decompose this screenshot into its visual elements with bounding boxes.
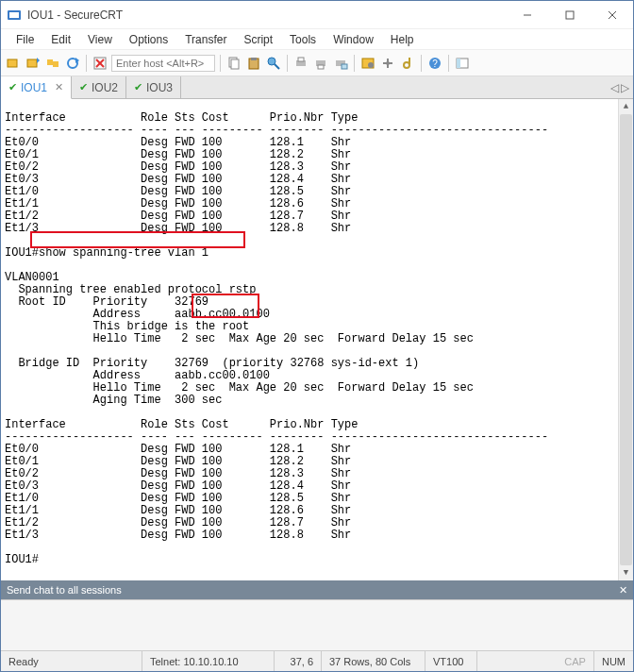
- term-row: Et0/3 Desg FWD 100 128.4 Shr: [5, 479, 351, 493]
- term-row: Et1/3 Desg FWD 100 128.8 Shr: [5, 529, 351, 542]
- menu-view[interactable]: View: [80, 31, 120, 48]
- term-row: Et1/1 Desg FWD 100 128.6 Shr: [5, 504, 351, 517]
- menu-window[interactable]: Window: [325, 31, 381, 48]
- term-row: Et1/2 Desg FWD 100 128.7 Shr: [5, 210, 351, 223]
- menu-help[interactable]: Help: [383, 31, 422, 48]
- term-aging: Aging Time 300 sec: [5, 394, 222, 407]
- toolbar-sep-6: [448, 55, 449, 72]
- print-icon[interactable]: [292, 55, 309, 72]
- toggle-icon[interactable]: [454, 55, 471, 72]
- status-cursor: 37, 6: [275, 651, 322, 671]
- tab-status-icon: ✔: [8, 81, 17, 93]
- tab-iou2[interactable]: ✔ IOU2: [72, 76, 126, 98]
- scroll-down-icon[interactable]: ▼: [619, 565, 633, 580]
- terminal[interactable]: Interface Role Sts Cost Prio.Nbr Type --…: [1, 99, 633, 580]
- status-dims: 37 Rows, 80 Cols: [322, 651, 425, 671]
- tab-label: IOU3: [146, 81, 173, 94]
- term-header: Interface Role Sts Cost Prio.Nbr Type: [5, 418, 358, 431]
- term-row: Et0/0 Desg FWD 100 128.1 Shr: [5, 443, 351, 456]
- print-selection-icon[interactable]: [332, 55, 349, 72]
- svg-line-20: [275, 64, 279, 69]
- svg-point-19: [268, 58, 275, 65]
- term-row: Et1/0 Desg FWD 100 128.5 Shr: [5, 492, 351, 505]
- toolbar-sep-3: [287, 55, 288, 72]
- scroll-thumb[interactable]: [620, 114, 632, 565]
- tab-next-icon[interactable]: ▷: [621, 81, 629, 94]
- copy-icon[interactable]: [225, 55, 242, 72]
- status-conn: Telnet: 10.10.10.10: [142, 651, 275, 671]
- find-icon[interactable]: [265, 55, 282, 72]
- connect-icon[interactable]: [5, 55, 22, 72]
- menu-file[interactable]: File: [8, 31, 42, 48]
- term-row: Et0/0 Desg FWD 100 128.1 Shr: [5, 136, 351, 149]
- chat-close-icon[interactable]: ✕: [619, 584, 627, 596]
- svg-rect-22: [298, 58, 304, 61]
- term-root-msg: This bridge is the root: [5, 320, 249, 333]
- menu-edit[interactable]: Edit: [43, 31, 78, 48]
- tab-status-icon: ✔: [79, 81, 88, 93]
- term-row: Et1/2 Desg FWD 100 128.7 Shr: [5, 516, 351, 529]
- svg-rect-24: [318, 65, 324, 69]
- highlight-box-root: [192, 294, 259, 318]
- disconnect-icon[interactable]: [92, 55, 108, 72]
- svg-rect-6: [8, 59, 17, 67]
- menu-script[interactable]: Script: [236, 31, 280, 48]
- app-window: IOU1 - SecureCRT File Edit View Options …: [0, 0, 634, 672]
- help-icon[interactable]: ?: [426, 55, 443, 72]
- tab-nav: ◁ ▷: [607, 76, 633, 98]
- menu-options[interactable]: Options: [122, 31, 175, 48]
- scroll-up-icon[interactable]: ▲: [619, 99, 633, 114]
- svg-rect-33: [409, 58, 410, 64]
- paste-icon[interactable]: [245, 55, 262, 72]
- tab-status-icon: ✔: [134, 81, 142, 93]
- print-screen-icon[interactable]: [312, 55, 329, 72]
- minimize-button[interactable]: [506, 1, 548, 28]
- tab-label: IOU2: [92, 81, 118, 94]
- titlebar: IOU1 - SecureCRT: [1, 1, 633, 29]
- chat-input-area[interactable]: [1, 599, 633, 650]
- toolbar-sep-2: [220, 55, 221, 72]
- menu-transfer[interactable]: Transfer: [177, 31, 234, 48]
- svg-rect-8: [47, 59, 53, 65]
- tab-iou3[interactable]: ✔ IOU3: [126, 76, 181, 98]
- term-root-id: Root ID Priority 32769: [5, 295, 209, 309]
- chat-header[interactable]: Send chat to all sessions ✕: [1, 580, 633, 599]
- connect-tab-icon[interactable]: [44, 55, 61, 72]
- maximize-button[interactable]: [548, 1, 591, 28]
- keymap-icon[interactable]: [399, 55, 416, 72]
- highlight-box-command: [30, 231, 245, 248]
- term-dash: ------------------- ---- --- --------- -…: [5, 430, 548, 444]
- tab-prev-icon[interactable]: ◁: [610, 81, 619, 94]
- reconnect-icon[interactable]: [64, 55, 81, 72]
- quick-connect-icon[interactable]: [25, 55, 42, 72]
- toolbar-sep-5: [421, 55, 422, 72]
- menu-tools[interactable]: Tools: [282, 31, 324, 48]
- svg-rect-1: [9, 12, 19, 18]
- session-options-icon[interactable]: [359, 55, 376, 72]
- tab-iou1[interactable]: ✔ IOU1 ✕: [1, 76, 72, 99]
- window-title: IOU1 - SecureCRT: [27, 8, 506, 22]
- statusbar: Ready Telnet: 10.10.10.10 37, 6 37 Rows,…: [1, 650, 633, 671]
- menubar: File Edit View Options Transfer Script T…: [1, 29, 633, 50]
- term-root-hello: Hello Time 2 sec Max Age 20 sec Forward …: [5, 332, 474, 345]
- svg-rect-7: [27, 59, 37, 67]
- svg-point-31: [386, 61, 390, 65]
- term-row: Et0/2 Desg FWD 100 128.3 Shr: [5, 467, 351, 480]
- term-bridge-addr: Address aabb.cc00.0100: [5, 369, 270, 382]
- host-input[interactable]: [111, 55, 215, 72]
- svg-point-28: [368, 62, 374, 68]
- term-prompt: IOU1#: [5, 553, 39, 566]
- close-button[interactable]: [591, 1, 633, 28]
- term-vlan: VLAN0001: [5, 271, 59, 284]
- tab-label: IOU1: [21, 81, 47, 94]
- tab-close-icon[interactable]: ✕: [55, 81, 63, 93]
- toolbar: ?: [1, 50, 633, 76]
- toolbar-sep-1: [86, 55, 87, 72]
- tabbar: ✔ IOU1 ✕ ✔ IOU2 ✔ IOU3 ◁ ▷: [1, 76, 633, 99]
- global-options-icon[interactable]: [379, 55, 396, 72]
- term-row: Et1/1 Desg FWD 100 128.6 Shr: [5, 197, 351, 210]
- window-controls: [506, 1, 633, 28]
- svg-rect-3: [566, 11, 574, 19]
- svg-rect-9: [53, 61, 58, 67]
- scrollbar[interactable]: ▲ ▼: [618, 99, 633, 580]
